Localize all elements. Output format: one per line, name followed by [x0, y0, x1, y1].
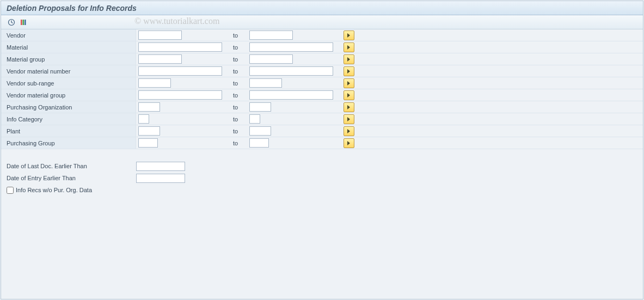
svg-rect-1	[21, 20, 22, 25]
vendor-material-group-from-input[interactable]	[138, 90, 222, 100]
material-to-input[interactable]	[249, 42, 333, 52]
vendor-from-input[interactable]	[138, 30, 182, 40]
selection-row-purchasing-group: Purchasing Groupto	[1, 137, 643, 149]
vendor-to-input[interactable]	[249, 30, 293, 40]
vendor-sub-range-to-input[interactable]	[249, 78, 282, 88]
purchasing-organization-multiple-selection-button[interactable]	[344, 102, 354, 112]
to-label: to	[231, 44, 247, 51]
vendor-material-group-to-input[interactable]	[249, 90, 333, 100]
material-multiple-selection-button[interactable]	[344, 42, 354, 52]
info-category-from-input[interactable]	[138, 114, 149, 124]
info-category-multiple-selection-button[interactable]	[344, 114, 354, 124]
arrow-right-icon	[346, 93, 352, 98]
title-bar: Deletion Proposals for Info Records	[1, 1, 643, 15]
material-group-to-input[interactable]	[249, 54, 293, 64]
material-group-multiple-selection-button[interactable]	[344, 54, 354, 64]
selection-row-vendor-sub-range: Vendor sub-rangeto	[1, 77, 643, 89]
plant-from-input[interactable]	[138, 126, 160, 136]
arrow-right-icon	[346, 117, 352, 122]
to-label: to	[231, 116, 247, 123]
arrow-right-icon	[346, 57, 352, 62]
arrow-right-icon	[346, 128, 352, 134]
arrow-right-icon	[346, 105, 352, 110]
arrow-right-icon	[346, 69, 352, 74]
svg-rect-3	[24, 20, 26, 25]
selection-row-vendor: Vendorto	[1, 29, 643, 41]
material-from-input[interactable]	[138, 42, 222, 52]
selection-row-purchasing-organization: Purchasing Organizationto	[1, 101, 643, 113]
label-info-category: Info Category	[1, 113, 136, 125]
to-label: to	[231, 128, 247, 134]
info-recs-wo-checkbox[interactable]	[7, 187, 14, 194]
to-label: to	[231, 140, 247, 146]
variant-button[interactable]	[19, 17, 28, 27]
to-label: to	[231, 68, 247, 75]
date-entry-input[interactable]	[136, 174, 185, 183]
selection-row-material: Materialto	[1, 41, 643, 53]
extra-row-date-entry: Date of Entry Earlier Than	[1, 172, 643, 184]
svg-rect-2	[23, 20, 24, 25]
to-label: to	[231, 80, 247, 87]
plant-multiple-selection-button[interactable]	[344, 126, 354, 136]
to-label: to	[231, 56, 247, 63]
toolbar: © www.tutorialkart.com	[1, 15, 643, 29]
to-label: to	[231, 32, 247, 39]
to-label: to	[231, 104, 247, 111]
selection-area: VendortoMaterialtoMaterial grouptoVendor…	[1, 29, 643, 149]
vendor-sub-range-multiple-selection-button[interactable]	[344, 78, 354, 88]
label-vendor-material-number: Vendor material number	[1, 65, 136, 77]
extra-row-date-last-doc: Date of Last Doc. Earlier Than	[1, 160, 643, 172]
vendor-material-number-from-input[interactable]	[138, 66, 222, 76]
date-last-doc-input[interactable]	[136, 162, 185, 171]
selection-row-vendor-material-group: Vendor material groupto	[1, 89, 643, 101]
label-vendor: Vendor	[1, 29, 136, 41]
checkbox-row-info-recs-wo: Info Recs w/o Pur. Org. Data	[1, 184, 643, 196]
label-purchasing-group: Purchasing Group	[1, 137, 136, 149]
purchasing-organization-from-input[interactable]	[138, 102, 160, 112]
label-material-group: Material group	[1, 53, 136, 65]
arrow-right-icon	[346, 81, 352, 86]
label-vendor-sub-range: Vendor sub-range	[1, 77, 136, 89]
variant-icon	[20, 19, 27, 26]
selection-row-vendor-material-number: Vendor material numberto	[1, 65, 643, 77]
selection-row-info-category: Info Categoryto	[1, 113, 643, 125]
execute-button[interactable]	[7, 17, 16, 27]
purchasing-group-multiple-selection-button[interactable]	[344, 138, 354, 148]
label-purchasing-organization: Purchasing Organization	[1, 101, 136, 113]
selection-row-material-group: Material groupto	[1, 53, 643, 65]
vendor-multiple-selection-button[interactable]	[344, 30, 354, 40]
plant-to-input[interactable]	[249, 126, 271, 136]
arrow-right-icon	[346, 45, 352, 50]
purchasing-organization-to-input[interactable]	[249, 102, 271, 112]
vendor-material-number-to-input[interactable]	[249, 66, 333, 76]
label-vendor-material-group: Vendor material group	[1, 89, 136, 101]
info-category-to-input[interactable]	[249, 114, 260, 124]
watermark: © www.tutorialkart.com	[134, 16, 219, 26]
arrow-right-icon	[346, 33, 352, 38]
material-group-from-input[interactable]	[138, 54, 182, 64]
purchasing-group-to-input[interactable]	[249, 138, 269, 148]
to-label: to	[231, 92, 247, 99]
label-date-last-doc: Date of Last Doc. Earlier Than	[1, 163, 136, 169]
label-plant: Plant	[1, 125, 136, 137]
selection-row-plant: Plantto	[1, 125, 643, 137]
label-date-entry: Date of Entry Earlier Than	[1, 175, 136, 181]
label-info-recs-wo: Info Recs w/o Pur. Org. Data	[16, 187, 92, 193]
vendor-material-group-multiple-selection-button[interactable]	[344, 90, 354, 100]
page-title: Deletion Proposals for Info Records	[7, 4, 137, 13]
purchasing-group-from-input[interactable]	[138, 138, 158, 148]
label-material: Material	[1, 41, 136, 53]
vendor-material-number-multiple-selection-button[interactable]	[344, 66, 354, 76]
arrow-right-icon	[346, 140, 352, 146]
vendor-sub-range-from-input[interactable]	[138, 78, 171, 88]
clock-icon	[8, 19, 15, 26]
